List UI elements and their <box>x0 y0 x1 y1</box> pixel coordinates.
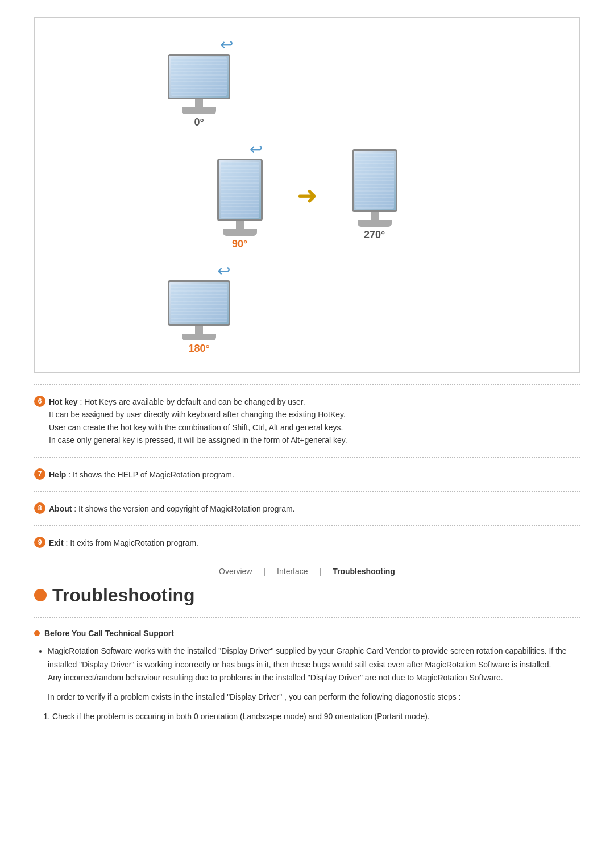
degree-0: 0° <box>194 117 204 128</box>
degree-180: 180° <box>188 343 209 355</box>
nav-troubleshooting: Troubleshooting <box>333 567 395 576</box>
exit-text: : It exits from MagicRotation program. <box>64 538 198 547</box>
separator-1 <box>34 384 580 385</box>
item-hotkey: 6 Hot key : Hot Keys are available by de… <box>34 396 580 447</box>
heading-circle-icon <box>34 589 47 601</box>
page-title: Troubleshooting <box>52 585 195 606</box>
diagnostic-step-1: Check if the problem is occuring in both… <box>52 710 580 724</box>
rotation-diagram: ↩ 0° ↩ 90° <box>34 17 580 373</box>
item-help: 7 Help : It shows the HELP of MagicRotat… <box>34 468 580 481</box>
nav-bar: Overview | Interface | Troubleshooting <box>34 567 580 576</box>
help-content: Help : It shows the HELP of MagicRotatio… <box>49 468 580 481</box>
monitor-180deg: ↩ 180° <box>168 261 230 355</box>
badge-9: 9 <box>34 537 45 548</box>
hotkey-content: Hot key : Hot Keys are available by defa… <box>49 396 580 447</box>
degree-90: 90° <box>232 238 247 250</box>
diagnostic-steps: Check if the problem is occuring in both… <box>34 710 580 724</box>
degree-270: 270° <box>364 229 385 241</box>
separator-4 <box>34 525 580 526</box>
badge-7: 7 <box>34 468 45 480</box>
nav-overview[interactable]: Overview <box>219 567 252 576</box>
bullet-dot-icon <box>34 630 40 636</box>
separator-2 <box>34 457 580 458</box>
help-title: Help <box>49 470 66 479</box>
monitor-0deg: ↩ 0° <box>168 35 230 128</box>
item-about: 8 About : It shows the version and copyr… <box>34 502 580 515</box>
monitor-90deg: ↩ 90° <box>217 140 263 250</box>
nav-sep-1: | <box>263 567 265 576</box>
item-exit: 9 Exit : It exits from MagicRotation pro… <box>34 537 580 549</box>
monitor-270deg: 270° <box>352 149 397 241</box>
right-arrow: ➜ <box>297 181 318 210</box>
subsection-label: Before You Call Technical Support <box>44 629 174 638</box>
subsection-title: Before You Call Technical Support <box>34 629 580 638</box>
exit-content: Exit : It exits from MagicRotation progr… <box>49 537 580 549</box>
about-content: About : It shows the version and copyrig… <box>49 502 580 515</box>
trouble-bullet-1: MagicRotation Software works with the in… <box>48 645 580 685</box>
nav-sep-2: | <box>320 567 322 576</box>
trouble-bullet-1-text: MagicRotation Software works with the in… <box>48 646 567 683</box>
help-text: : It shows the HELP of MagicRotation pro… <box>66 470 234 479</box>
about-text: : It shows the version and copyright of … <box>72 504 294 513</box>
about-title: About <box>49 504 72 513</box>
trouble-bullet-list: MagicRotation Software works with the in… <box>34 645 580 685</box>
paragraph-1: In order to verify if a problem exists i… <box>48 691 580 704</box>
hotkey-line1: : Hot Keys are available by default and … <box>49 397 347 445</box>
section-heading: Troubleshooting <box>34 585 580 606</box>
hotkey-title: Hot key <box>49 397 78 406</box>
separator-3 <box>34 491 580 492</box>
badge-6: 6 <box>34 396 45 407</box>
nav-interface[interactable]: Interface <box>277 567 308 576</box>
badge-8: 8 <box>34 502 45 514</box>
separator-5 <box>34 617 580 618</box>
exit-title: Exit <box>49 538 64 547</box>
